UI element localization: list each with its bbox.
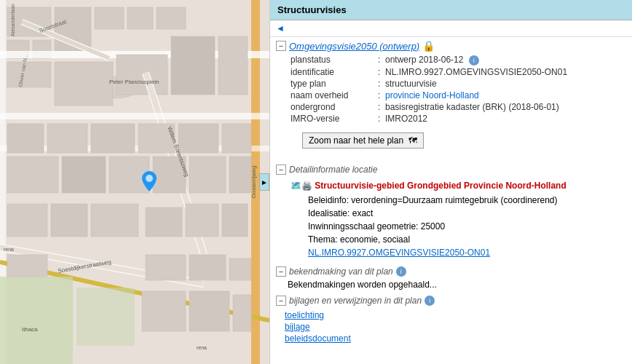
bijlagen-header: − bijlagen en verwijzingen in dit plan i xyxy=(270,293,632,309)
panel-title: Structuurvisies xyxy=(277,4,347,15)
detail-row-typeplan: type plan : structuurvisie xyxy=(291,79,626,89)
location-icons: 🗺️🖨️ xyxy=(291,181,312,191)
svg-rect-18 xyxy=(171,36,215,95)
panel-toggle-arrow[interactable]: ► xyxy=(259,173,269,191)
plan-details: planstatus : ontwerp 2018-06-12 i identi… xyxy=(291,55,626,124)
svg-rect-53 xyxy=(189,291,229,331)
svg-rect-51 xyxy=(229,258,251,280)
attachment-bijlage[interactable]: bijlage xyxy=(285,322,632,332)
svg-rect-45 xyxy=(222,204,248,237)
svg-rect-54 xyxy=(233,295,251,331)
svg-rect-38 xyxy=(189,157,226,193)
panel-header: Structuurvisies xyxy=(270,0,632,20)
lock-icon: 🔒 xyxy=(422,40,435,52)
svg-point-64 xyxy=(146,175,153,182)
svg-rect-8 xyxy=(157,7,186,29)
svg-rect-47 xyxy=(76,288,135,346)
location-info-beleidinfo: Beleidinfo: verordening=Duurzaam ruimteg… xyxy=(308,194,632,207)
svg-rect-48 xyxy=(7,255,47,277)
bijlagen-title: bijlagen en verwijzingen in dit plan xyxy=(289,296,422,306)
detail-locatie-header: − Detailinformatie locatie xyxy=(270,162,632,178)
svg-rect-30 xyxy=(91,124,135,153)
svg-text:Alexanderlaan: Alexanderlaan xyxy=(10,4,15,36)
zoom-icon: 🗺 xyxy=(408,135,417,146)
svg-rect-28 xyxy=(7,124,44,153)
svg-rect-22 xyxy=(0,113,269,119)
svg-text:Oosterrijweg: Oosterrijweg xyxy=(250,166,257,199)
svg-rect-6 xyxy=(95,7,124,29)
svg-rect-42 xyxy=(91,204,138,237)
location-info-inwinning: Inwinningsschaal geometrie: 25000 xyxy=(308,220,632,233)
back-arrow[interactable]: ◄ xyxy=(276,23,285,33)
location-detail-block: 🗺️🖨️ Structuurvisie-gebied Grondgebied P… xyxy=(285,181,632,259)
svg-rect-29 xyxy=(47,124,87,153)
svg-rect-16 xyxy=(55,62,113,106)
detail-row-naamoverheid: naam overheid : provincie Noord-Holland xyxy=(291,90,626,100)
bekendmaking-collapse-btn[interactable]: − xyxy=(276,266,286,277)
plan-title-link[interactable]: Omgevingsvisie2050 (ontwerp) xyxy=(289,41,419,52)
detail-row-planstatus: planstatus : ontwerp 2018-06-12 i xyxy=(291,55,626,66)
location-link[interactable]: NL.IMRO.9927.OMGEVINGSVISIE2050-ON01 xyxy=(308,248,490,258)
svg-rect-32 xyxy=(178,124,218,153)
info-panel: Structuurvisies ◄ − Omgevingsvisie2050 (… xyxy=(269,0,632,364)
svg-text:Ithaca: Ithaca xyxy=(22,326,38,333)
svg-text:Peter Planciusplein: Peter Planciusplein xyxy=(109,79,159,85)
svg-rect-40 xyxy=(7,204,47,237)
svg-rect-33 xyxy=(222,124,251,153)
svg-rect-44 xyxy=(186,204,218,237)
bekendmaking-header: − bekendmaking van dit plan i xyxy=(270,264,632,280)
svg-rect-39 xyxy=(229,157,251,193)
bijlagen-info-icon[interactable]: i xyxy=(424,296,435,306)
planstatus-info-icon[interactable]: i xyxy=(469,55,479,66)
location-info-idealisatie: Idealisatie: exact xyxy=(308,207,632,220)
svg-rect-7 xyxy=(127,7,153,29)
svg-text:rena: rena xyxy=(197,345,207,350)
svg-rect-41 xyxy=(51,204,87,237)
detail-row-ondergrond: ondergrond : basisregistratie kadaster (… xyxy=(291,102,626,112)
zoom-button[interactable]: Zoom naar het hele plan 🗺 xyxy=(302,132,424,149)
plan-collapse-btn[interactable]: − xyxy=(276,41,286,51)
svg-rect-50 xyxy=(189,255,226,280)
detail-row-imroversie: IMRO-versie : IMRO2012 xyxy=(291,114,626,124)
attachment-toelichting[interactable]: toelichting xyxy=(285,310,632,320)
detail-row-identificatie: identificatie : NL.IMRO.9927.OMGEVINGSVI… xyxy=(291,67,626,77)
svg-rect-52 xyxy=(142,291,186,331)
detail-locatie-title: Detailinformatie locatie xyxy=(289,165,377,175)
svg-rect-34 xyxy=(7,157,58,193)
map-marker xyxy=(142,171,157,191)
location-title[interactable]: Structuurvisie-gebied Grondgebied Provin… xyxy=(315,181,566,191)
location-info-thema: Thema: economie, sociaal xyxy=(308,233,632,246)
detail-locatie-collapse-btn[interactable]: − xyxy=(276,165,286,175)
bekendmaking-content: Bekendmakingen worden opgehaald... xyxy=(288,280,632,290)
bijlagen-links: toelichting bijlage beleidsdocument xyxy=(285,310,632,344)
plan-section: − Omgevingsvisie2050 (ontwerp) 🔒 plansta… xyxy=(270,37,632,160)
bijlagen-collapse-btn[interactable]: − xyxy=(276,296,286,306)
svg-rect-35 xyxy=(62,157,106,193)
svg-rect-19 xyxy=(218,36,248,95)
svg-text:rena: rena xyxy=(4,247,14,252)
map-container[interactable]: Oosterrijweg xyxy=(0,0,269,364)
bekendmaking-info-icon[interactable]: i xyxy=(396,266,406,277)
svg-rect-49 xyxy=(146,255,186,280)
svg-rect-43 xyxy=(146,207,182,237)
attachment-beleidsdocument[interactable]: beleidsdocument xyxy=(285,333,632,344)
location-info: Beleidinfo: verordening=Duurzaam ruimteg… xyxy=(308,194,632,259)
svg-rect-46 xyxy=(0,277,73,364)
svg-rect-4 xyxy=(7,62,51,87)
svg-rect-17 xyxy=(116,55,167,95)
bekendmaking-title: bekendmaking van dit plan xyxy=(289,266,393,277)
